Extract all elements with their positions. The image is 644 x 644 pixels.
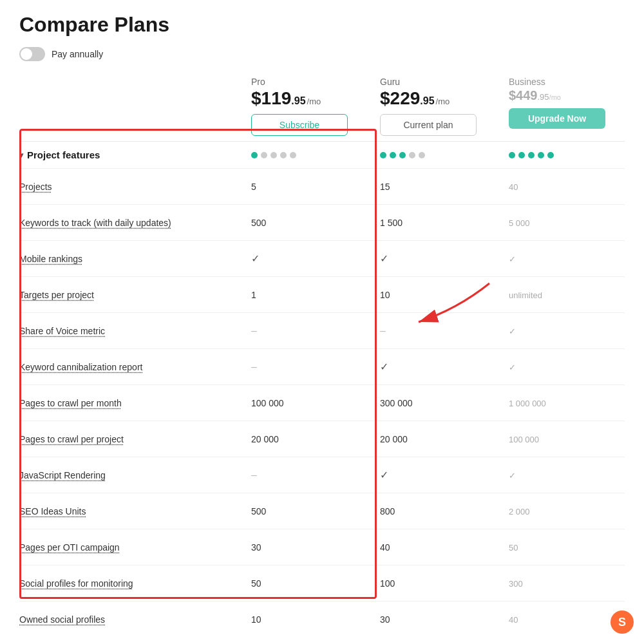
business-value-cell: 50 <box>496 535 631 560</box>
check-icon: ✓ <box>380 361 388 372</box>
pro-plan-name: Pro <box>251 77 354 87</box>
feature-name-cell: Owned social profiles <box>19 607 238 632</box>
pro-value-cell: 20 000 <box>238 426 367 452</box>
table-row: Keywords to track (with daily updates) 5… <box>19 204 625 240</box>
feature-name-cell: Keywords to track (with daily updates) <box>19 210 238 236</box>
business-cell-value: 100 000 <box>509 435 539 444</box>
feature-name-cell: Mobile rankings <box>19 246 238 272</box>
table-row: Targets per project 1 10 unlimited <box>19 276 625 312</box>
guru-value-cell: ✓ <box>367 461 496 489</box>
table-row: Pages per OTI campaign 30 40 50 <box>19 529 625 565</box>
business-value-cell: ✓ <box>496 354 631 380</box>
table-row: Keyword cannibalization report – ✓ ✓ <box>19 348 625 384</box>
feature-name-cell: Pages to crawl per month <box>19 390 238 416</box>
feature-name-cell: Share of Voice metric <box>19 318 238 344</box>
pro-value-cell: 50 <box>238 571 367 596</box>
feature-name: Pages to crawl per project <box>19 434 124 444</box>
business-price-cents: .95 <box>538 92 549 102</box>
cell-value: 15 <box>380 182 390 192</box>
check-icon: ✓ <box>509 471 516 480</box>
business-price-period: /mo <box>549 93 561 101</box>
feature-name-cell: Pages per OTI campaign <box>19 535 238 560</box>
section-title: Project features <box>27 149 100 160</box>
business-value-cell: 100 000 <box>496 426 631 452</box>
guru-price-period: /mo <box>436 97 450 106</box>
compare-table: Projects 5 15 40 Keywords to track (with… <box>19 168 625 637</box>
check-icon: ✓ <box>509 254 516 264</box>
pro-value-cell: 500 <box>238 210 367 236</box>
toggle-label: Pay annually <box>52 49 103 59</box>
business-cell-value: unlimited <box>509 290 542 300</box>
plans-header: Pro $119.95/mo Subscribe Guru $229.95/mo… <box>19 77 625 136</box>
cell-value: 100 <box>380 578 395 589</box>
guru-price-cents: .95 <box>420 95 434 107</box>
business-cell-value: 1 000 000 <box>509 399 546 408</box>
guru-value-cell: 100 <box>367 571 496 596</box>
business-dots <box>496 152 631 158</box>
pro-price-main: $119 <box>251 88 291 109</box>
business-upgrade-button[interactable]: Upgrade Now <box>509 108 605 129</box>
pro-value-cell: 10 <box>238 607 367 632</box>
content-area: Compare Plans Pay annually Pro $119.95/m… <box>0 0 644 644</box>
feature-name-cell: Targets per project <box>19 282 238 308</box>
business-value-cell: ✓ <box>496 246 631 272</box>
check-icon: ✓ <box>509 327 516 336</box>
pro-value-cell: ✓ <box>238 245 367 272</box>
cell-value: 30 <box>251 542 261 553</box>
chevron-icon[interactable]: ▾ <box>19 151 23 160</box>
pro-dot-5 <box>290 152 296 158</box>
cell-value: 20 000 <box>251 434 279 444</box>
dash-icon: – <box>251 325 257 336</box>
project-features-section: ▾ Project features <box>19 141 625 168</box>
pro-value-cell: 100 000 <box>238 390 367 416</box>
business-dot-2 <box>518 152 525 158</box>
guru-value-cell: 800 <box>367 498 496 524</box>
feature-name-cell: Projects <box>19 174 238 200</box>
feature-name: Pages to crawl per month <box>19 398 122 408</box>
guru-dot-3 <box>399 152 406 158</box>
business-value-cell: 300 <box>496 571 631 596</box>
semrush-logo: S <box>611 611 634 634</box>
feature-name-cell: Social profiles for monitoring <box>19 571 238 596</box>
business-value-cell: 5 000 <box>496 210 631 236</box>
page-title: Compare Plans <box>19 13 625 37</box>
guru-value-cell: 300 000 <box>367 390 496 416</box>
feature-name-cell: JavaScript Rendering <box>19 462 238 488</box>
pro-subscribe-button[interactable]: Subscribe <box>251 114 348 136</box>
business-cell-value: 2 000 <box>509 507 530 516</box>
business-value-cell: ✓ <box>496 318 631 344</box>
guru-dots <box>367 152 496 158</box>
business-dot-3 <box>528 152 535 158</box>
pro-dot-3 <box>270 152 277 158</box>
cell-value: 1 <box>251 290 256 300</box>
cell-value: 300 000 <box>380 398 413 408</box>
empty-col <box>19 77 238 136</box>
business-value-cell: ✓ <box>496 462 631 488</box>
pro-value-cell: 1 <box>238 282 367 308</box>
cell-value: 40 <box>380 542 390 553</box>
cell-value: 800 <box>380 506 395 516</box>
feature-name: Pages per OTI campaign <box>19 542 120 553</box>
pro-dots <box>238 152 367 158</box>
pro-value-cell: – <box>238 354 367 381</box>
feature-name: Mobile rankings <box>19 254 82 264</box>
business-dot-5 <box>547 152 554 158</box>
pay-annually-toggle[interactable] <box>19 47 45 61</box>
cell-value: 20 000 <box>380 434 408 444</box>
business-plan-name: Business <box>509 77 618 87</box>
check-icon: ✓ <box>380 253 388 264</box>
feature-name-cell: SEO Ideas Units <box>19 498 238 524</box>
guru-current-button[interactable]: Current plan <box>380 114 477 136</box>
check-icon: ✓ <box>380 469 388 480</box>
cell-value: 500 <box>251 506 266 516</box>
guru-value-cell: ✓ <box>367 353 496 381</box>
guru-dot-4 <box>409 152 415 158</box>
guru-plan-header: Guru $229.95/mo Current plan <box>367 77 496 136</box>
guru-value-cell: 30 <box>367 607 496 632</box>
feature-name: Social profiles for monitoring <box>19 578 133 589</box>
section-title-cell: ▾ Project features <box>19 149 238 160</box>
toggle-row: Pay annually <box>19 47 625 61</box>
business-dot-4 <box>538 152 544 158</box>
guru-value-cell: 40 <box>367 535 496 560</box>
cell-value: 500 <box>251 218 266 228</box>
